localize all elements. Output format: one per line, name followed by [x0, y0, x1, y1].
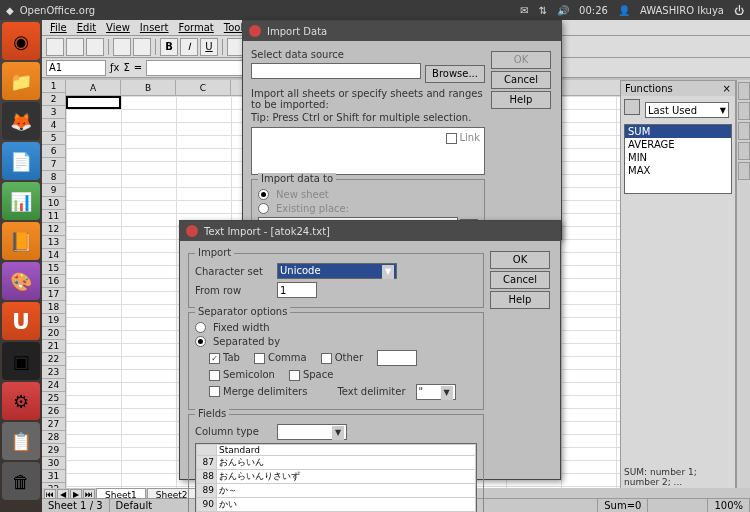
row-header[interactable]: 29 [42, 444, 65, 457]
fromrow-input[interactable] [277, 282, 317, 298]
row-header[interactable]: 20 [42, 327, 65, 340]
import-help-button[interactable]: Help [491, 91, 551, 109]
launcher-calc[interactable]: 📊 [2, 182, 40, 220]
row-header[interactable]: 8 [42, 171, 65, 184]
launcher-trash[interactable]: 🗑 [2, 462, 40, 500]
row-header[interactable]: 6 [42, 145, 65, 158]
row-header[interactable]: 5 [42, 132, 65, 145]
launcher-dash[interactable]: ◉ [2, 22, 40, 60]
row-header[interactable]: 15 [42, 262, 65, 275]
launcher-settings[interactable]: ⚙ [2, 382, 40, 420]
menu-format[interactable]: Format [175, 22, 218, 33]
side-tool-4[interactable] [738, 142, 750, 160]
launcher-writer[interactable]: 📄 [2, 142, 40, 180]
row-header[interactable]: 27 [42, 418, 65, 431]
side-tool-5[interactable] [738, 162, 750, 180]
function-category-combo[interactable]: Last Used [645, 102, 729, 118]
function-item[interactable]: AVERAGE [625, 138, 731, 151]
bold-button[interactable]: B [160, 38, 178, 56]
textdelim-combo[interactable]: " [416, 384, 456, 400]
row-header[interactable]: 30 [42, 457, 65, 470]
menu-insert[interactable]: Insert [136, 22, 173, 33]
row-header[interactable]: 17 [42, 288, 65, 301]
col-c[interactable]: C [176, 80, 231, 95]
sum-icon[interactable]: Σ [123, 62, 129, 73]
text-help-button[interactable]: Help [490, 291, 550, 309]
row-header[interactable]: 7 [42, 158, 65, 171]
row-header[interactable]: 13 [42, 236, 65, 249]
row-header[interactable]: 19 [42, 314, 65, 327]
tab-check[interactable]: ✓ [209, 353, 220, 364]
cell-reference[interactable] [46, 60, 106, 76]
col-a[interactable]: A [66, 80, 121, 95]
row-header[interactable]: 21 [42, 340, 65, 353]
network-icon[interactable]: ⇅ [539, 5, 547, 16]
launcher-terminal[interactable]: ▣ [2, 342, 40, 380]
space-check[interactable] [289, 370, 300, 381]
menu-file[interactable]: File [46, 22, 71, 33]
row-header[interactable]: 14 [42, 249, 65, 262]
launcher-office[interactable]: 📋 [2, 422, 40, 460]
preview-table[interactable]: Standard87おんらいん88おんらいんりさいず89か～90かい91かい92… [195, 443, 477, 513]
fixed-radio[interactable] [195, 322, 206, 333]
power-icon[interactable]: ⏻ [734, 5, 744, 16]
launcher-files[interactable]: 📁 [2, 62, 40, 100]
import-cancel-button[interactable]: Cancel [491, 71, 551, 89]
side-tool-3[interactable] [738, 122, 750, 140]
browse-button[interactable]: Browse... [425, 65, 485, 83]
coltype-combo[interactable] [277, 424, 347, 440]
row-header[interactable]: 16 [42, 275, 65, 288]
row-header[interactable]: 26 [42, 405, 65, 418]
import-close-icon[interactable] [249, 25, 261, 37]
function-item[interactable]: MAX [625, 164, 731, 177]
new-button[interactable] [46, 38, 64, 56]
side-tool-1[interactable] [738, 82, 750, 100]
mail-icon[interactable]: ✉ [520, 5, 528, 16]
text-close-icon[interactable] [186, 225, 198, 237]
separated-radio[interactable] [195, 336, 206, 347]
volume-icon[interactable]: 🔊 [557, 5, 569, 16]
comma-check[interactable] [254, 353, 265, 364]
fx-icon[interactable]: ƒx [110, 62, 119, 73]
launcher-software[interactable]: U [2, 302, 40, 340]
existing-radio[interactable] [258, 203, 269, 214]
save-button[interactable] [86, 38, 104, 56]
row-header[interactable]: 11 [42, 210, 65, 223]
row-header[interactable]: 2 [42, 93, 65, 106]
launcher-firefox[interactable]: 🦊 [2, 102, 40, 140]
import-ok-button[interactable]: OK [491, 51, 551, 69]
launcher-draw[interactable]: 🎨 [2, 262, 40, 300]
underline-button[interactable]: U [200, 38, 218, 56]
col-b[interactable]: B [121, 80, 176, 95]
row-header[interactable]: 18 [42, 301, 65, 314]
function-list[interactable]: SUM AVERAGE MIN MAX [624, 124, 732, 194]
text-cancel-button[interactable]: Cancel [490, 271, 550, 289]
functions-close-icon[interactable]: × [723, 83, 731, 94]
row-header[interactable]: 12 [42, 223, 65, 236]
row-header[interactable]: 23 [42, 366, 65, 379]
row-header[interactable]: 22 [42, 353, 65, 366]
row-header[interactable]: 3 [42, 106, 65, 119]
function-item[interactable]: SUM [625, 125, 731, 138]
row-header[interactable]: 31 [42, 470, 65, 483]
charset-combo[interactable]: Unicode [277, 263, 397, 279]
row-header[interactable]: 28 [42, 431, 65, 444]
semi-check[interactable] [209, 370, 220, 381]
row-header[interactable]: 4 [42, 119, 65, 132]
clock[interactable]: 00:26 [579, 5, 608, 16]
other-check[interactable] [321, 353, 332, 364]
launcher-impress[interactable]: 📙 [2, 222, 40, 260]
equals-icon[interactable]: = [134, 62, 142, 73]
row-header[interactable]: 9 [42, 184, 65, 197]
row-header[interactable]: 10 [42, 197, 65, 210]
open-button[interactable] [66, 38, 84, 56]
selected-cell[interactable] [66, 96, 121, 109]
new-sheet-radio[interactable] [258, 189, 269, 200]
text-ok-button[interactable]: OK [490, 251, 550, 269]
side-tool-2[interactable] [738, 102, 750, 120]
function-item[interactable]: MIN [625, 151, 731, 164]
import-sheets-list[interactable]: Link [251, 127, 485, 175]
italic-button[interactable]: I [180, 38, 198, 56]
merge-check[interactable] [209, 386, 220, 397]
print-button[interactable] [113, 38, 131, 56]
